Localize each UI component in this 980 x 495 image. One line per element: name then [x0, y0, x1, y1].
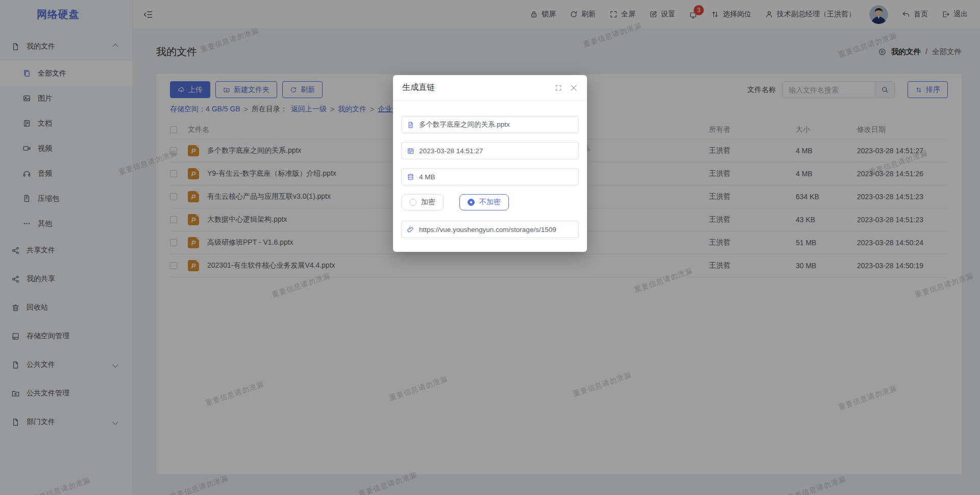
radio-icon — [409, 199, 416, 206]
link-size-field — [401, 168, 579, 185]
direct-link-input[interactable] — [419, 226, 573, 233]
link-icon — [407, 226, 414, 233]
dialog-header: 生成直链 — [393, 75, 587, 101]
no-encrypt-radio[interactable]: 不加密 — [459, 194, 509, 210]
generate-link-dialog: 生成直链 加密 不加密 — [393, 75, 587, 252]
link-size-input[interactable] — [419, 173, 573, 181]
database-icon — [407, 173, 414, 181]
link-date-field — [401, 142, 579, 159]
maximize-dialog-icon[interactable] — [555, 84, 562, 91]
no-encrypt-label: 不加密 — [479, 198, 501, 207]
encrypt-radio[interactable]: 加密 — [401, 194, 444, 210]
dialog-body: 加密 不加密 — [393, 101, 587, 238]
close-dialog-icon[interactable] — [570, 84, 578, 92]
encrypt-options: 加密 不加密 — [401, 194, 579, 210]
link-date-input[interactable] — [419, 147, 573, 155]
direct-link-field — [401, 221, 579, 238]
calendar-icon — [407, 147, 414, 155]
radio-selected-icon — [468, 199, 475, 206]
link-file-name-field — [401, 116, 579, 133]
dialog-title: 生成直链 — [402, 82, 435, 93]
encrypt-label: 加密 — [421, 198, 435, 207]
link-file-name-input[interactable] — [419, 121, 573, 129]
document-icon — [407, 121, 414, 129]
